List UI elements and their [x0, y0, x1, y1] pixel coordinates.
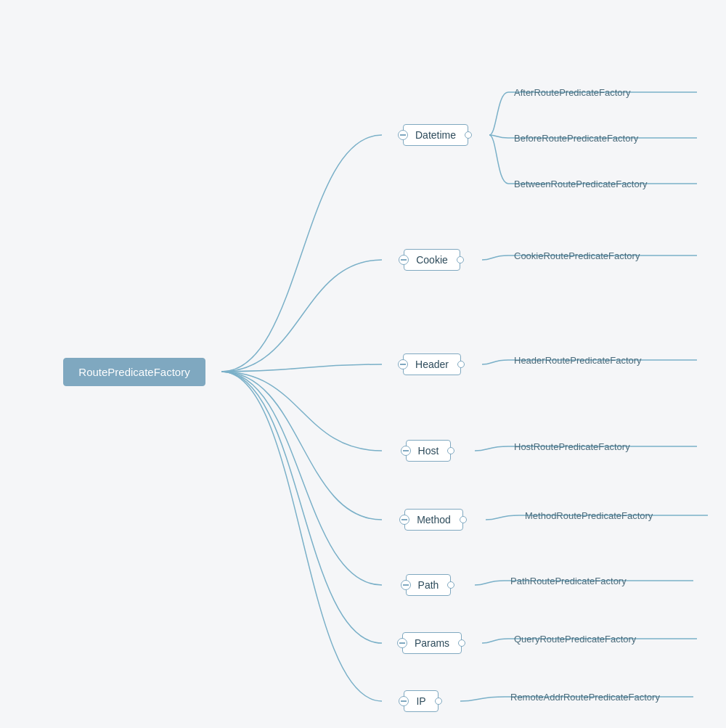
branch-label-ip: IP	[404, 690, 438, 712]
diagram-container: RoutePredicateFactory DatetimeAfterRoute…	[0, 0, 726, 728]
branch-node-header[interactable]: Header	[392, 351, 472, 377]
leaf-label-header-0: HeaderRoutePredicateFactory	[508, 352, 648, 369]
collapse-dot-params[interactable]	[397, 638, 407, 648]
expand-dot-header[interactable]	[457, 361, 465, 368]
expand-dot-datetime[interactable]	[465, 131, 472, 139]
branch-label-params: Params	[402, 632, 462, 654]
collapse-dot-ip[interactable]	[399, 696, 409, 706]
collapse-dot-method[interactable]	[399, 515, 409, 525]
branch-node-cookie[interactable]: Cookie	[392, 247, 472, 273]
branch-label-path: Path	[406, 574, 452, 596]
branch-label-cookie: Cookie	[404, 249, 460, 271]
expand-dot-cookie[interactable]	[457, 256, 464, 263]
leaf-label-method-0: MethodRoutePredicateFactory	[519, 507, 658, 524]
branch-label-datetime: Datetime	[403, 124, 468, 146]
collapse-dot-header[interactable]	[398, 359, 408, 369]
branch-node-host[interactable]: Host	[392, 438, 465, 464]
leaf-label-params-0: QueryRoutePredicateFactory	[508, 631, 642, 647]
root-label: RoutePredicateFactory	[63, 358, 205, 386]
branch-node-ip[interactable]: IP	[392, 688, 450, 714]
leaf-label-datetime-2: BetweenRoutePredicateFactory	[508, 176, 653, 192]
expand-dot-params[interactable]	[458, 639, 465, 647]
branch-label-host: Host	[406, 440, 452, 462]
leaf-label-cookie-0: CookieRoutePredicateFactory	[508, 248, 645, 264]
leaf-label-datetime-1: BeforeRoutePredicateFactory	[508, 130, 644, 147]
leaf-node-header-0: HeaderRoutePredicateFactory	[508, 350, 648, 370]
leaf-node-params-0: QueryRoutePredicateFactory	[508, 629, 642, 649]
leaf-node-datetime-1: BeforeRoutePredicateFactory	[508, 128, 644, 148]
leaf-label-host-0: HostRoutePredicateFactory	[508, 438, 636, 455]
expand-dot-method[interactable]	[460, 516, 467, 523]
expand-dot-host[interactable]	[447, 447, 454, 454]
branch-label-header: Header	[403, 353, 461, 375]
leaf-node-path-0: PathRoutePredicateFactory	[505, 570, 632, 591]
collapse-dot-datetime[interactable]	[398, 130, 408, 140]
leaf-node-datetime-2: BetweenRoutePredicateFactory	[508, 173, 653, 194]
expand-dot-ip[interactable]	[435, 698, 442, 705]
leaf-label-datetime-0: AfterRoutePredicateFactory	[508, 84, 636, 101]
leaf-node-datetime-0: AfterRoutePredicateFactory	[508, 82, 636, 102]
collapse-dot-host[interactable]	[401, 446, 411, 456]
leaf-label-ip-0: RemoteAddrRoutePredicateFactory	[505, 689, 666, 705]
root-node[interactable]: RoutePredicateFactory	[47, 356, 221, 388]
branch-node-params[interactable]: Params	[392, 630, 472, 656]
collapse-dot-cookie[interactable]	[399, 255, 409, 265]
branch-node-method[interactable]: Method	[392, 507, 476, 533]
expand-dot-path[interactable]	[447, 581, 454, 589]
branch-node-datetime[interactable]: Datetime	[392, 122, 479, 148]
leaf-node-method-0: MethodRoutePredicateFactory	[519, 505, 658, 525]
collapse-dot-path[interactable]	[401, 580, 411, 590]
leaf-label-path-0: PathRoutePredicateFactory	[505, 573, 632, 589]
branch-node-path[interactable]: Path	[392, 572, 465, 598]
branch-label-method: Method	[404, 509, 463, 531]
leaf-node-cookie-0: CookieRoutePredicateFactory	[508, 245, 645, 266]
leaf-node-host-0: HostRoutePredicateFactory	[508, 436, 636, 457]
leaf-node-ip-0: RemoteAddrRoutePredicateFactory	[505, 687, 666, 707]
